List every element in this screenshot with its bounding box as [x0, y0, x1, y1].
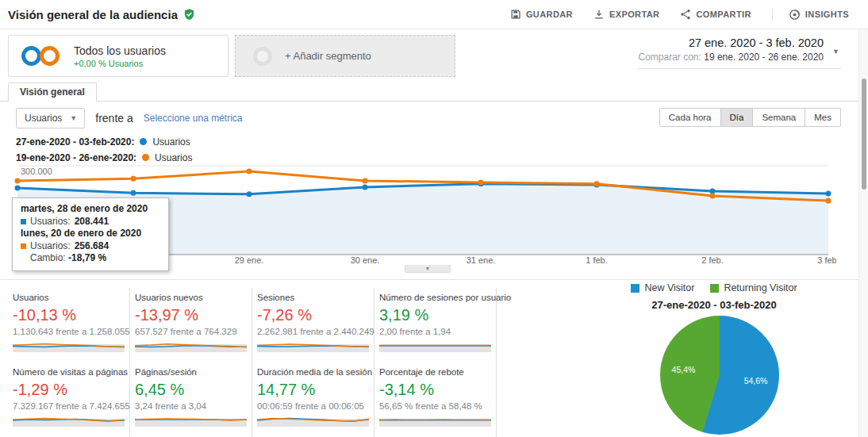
- metric-card-title: Duración media de la sesión: [257, 367, 367, 377]
- metric-card-percent: -3,14 %: [379, 381, 490, 399]
- metric-card-comparison: 7.329.167 frente a 7.424.655: [13, 401, 123, 411]
- shield-check-icon: [183, 8, 195, 21]
- sparkline: [257, 414, 369, 427]
- metric-card-percent: 3,19 %: [379, 306, 490, 324]
- metric-card-percent: -7,26 %: [257, 306, 367, 324]
- legend-swatch-icon: [710, 284, 719, 293]
- granularity-día[interactable]: Día: [721, 108, 754, 127]
- sparkline: [379, 414, 491, 427]
- header-actions: GUARDAREXPORTARCOMPARTIRINSIGHTS: [490, 9, 849, 21]
- segment-venn-icon: [21, 46, 61, 67]
- metric-card[interactable]: Número de sesiones por usuario 3,19 % 2,…: [374, 288, 497, 362]
- metric-card-comparison: 1.130.643 frente a 1.258.055: [13, 327, 123, 336]
- metric-card-comparison: 00:06:59 frente a 00:06:05: [257, 401, 367, 411]
- metric-card[interactable]: Usuarios -10,13 % 1.130.643 frente a 1.2…: [8, 288, 130, 362]
- pie-legend: New VisitorReturning Visitor: [571, 282, 857, 293]
- visitor-type-section: New VisitorReturning Visitor 27-ene-2020…: [571, 282, 857, 437]
- export-icon: [593, 9, 605, 20]
- metric-cards: Usuarios -10,13 % 1.130.643 frente a 1.2…: [8, 288, 497, 437]
- metric-card-comparison: 3,24 frente a 3,04: [135, 401, 245, 411]
- select-metric-link[interactable]: Seleccione una métrica: [144, 113, 243, 124]
- insights-icon: [789, 9, 801, 21]
- scrollbar-thumb[interactable]: [862, 79, 866, 190]
- date-range-compare: Comparar con: 19 ene. 2020 - 26 ene. 202…: [638, 52, 824, 63]
- title-wrap: Visión general de la audiencia: [8, 8, 195, 21]
- metric-card-comparison: 2,00 frente a 1,94: [379, 327, 490, 336]
- segment-all-users[interactable]: Todos los usuarios +0,00 % Usuarios: [8, 35, 229, 77]
- svg-text:30 ene.: 30 ene.: [351, 255, 380, 265]
- chart-tooltip: martes, 28 de enero de 2020 Usuarios: 20…: [12, 197, 169, 271]
- add-segment-button[interactable]: + Añadir segmento: [235, 35, 455, 77]
- date-range-primary: 27 ene. 2020 - 3 feb. 2020: [638, 36, 824, 49]
- add-segment-label: + Añadir segmento: [285, 50, 371, 62]
- pie-slice-label: 45,4%: [672, 365, 696, 374]
- vs-label: frente a: [95, 112, 133, 125]
- granularity-cada-hora[interactable]: Cada hora: [659, 108, 721, 127]
- metric-card-comparison: 56,65 % frente a 58,48 %: [379, 401, 490, 411]
- pie-title: 27-ene-2020 - 03-feb-2020: [571, 299, 857, 311]
- metric-card-title: Usuarios nuevos: [135, 293, 245, 302]
- metric-card-comparison: 2.262.981 frente a 2.440.249: [257, 327, 367, 336]
- visitor-pie-chart[interactable]: 54,6%45,4%: [660, 316, 779, 435]
- pie-legend-item: New Visitor: [631, 282, 694, 293]
- svg-text:29 ene.: 29 ene.: [235, 255, 264, 265]
- granularity-buttons: Cada horaDíaSemanaMes: [659, 108, 841, 127]
- page-title: Visión general de la audiencia: [8, 8, 178, 21]
- metric-card-title: Número de visitas a páginas: [13, 367, 123, 377]
- pie-slice-label: 54,6%: [744, 376, 768, 385]
- insights-button[interactable]: INSIGHTS: [772, 9, 849, 21]
- metric-card-percent: 6,45 %: [135, 381, 245, 399]
- metric-card[interactable]: Porcentaje de rebote -3,14 % 56,65 % fre…: [374, 362, 497, 437]
- granularity-semana[interactable]: Semana: [753, 108, 805, 127]
- share-icon: [680, 9, 691, 20]
- save-icon: [510, 9, 521, 20]
- metric-card[interactable]: Duración media de la sesión 14,77 % 00:0…: [252, 362, 374, 437]
- metric-card-percent: 14,77 %: [257, 381, 367, 399]
- metric-card[interactable]: Sesiones -7,26 % 2.262.981 frente a 2.44…: [252, 288, 374, 362]
- svg-text:1 feb.: 1 feb.: [586, 255, 608, 265]
- pie-legend-item: Returning Visitor: [710, 282, 797, 293]
- sparkline: [257, 339, 369, 352]
- metric-card-comparison: 657.527 frente a 764.329: [135, 327, 245, 336]
- metric-card[interactable]: Páginas/sesión 6,45 % 3,24 frente a 3,04: [130, 362, 252, 437]
- share-button[interactable]: COMPARTIR: [680, 9, 751, 20]
- chevron-down-icon: ▼: [70, 114, 77, 122]
- metric-card-title: Usuarios: [13, 293, 123, 302]
- chevron-down-icon: ▼: [832, 48, 839, 56]
- scrollbar-track: [858, 29, 868, 437]
- legend-row: 27-ene-2020 - 03-feb-2020: Usuarios: [16, 136, 192, 148]
- metric-card[interactable]: Número de visitas a páginas -1,29 % 7.32…: [8, 362, 130, 437]
- add-segment-circle-icon: [253, 47, 272, 66]
- sparkline: [135, 339, 247, 352]
- header: Visión general de la audiencia GUARDAREX…: [0, 0, 868, 29]
- audience-overview-page: Visión general de la audiencia GUARDAREX…: [0, 0, 868, 437]
- sparkline: [13, 339, 125, 352]
- section-divider: [0, 279, 859, 280]
- metric-card-percent: -13,97 %: [135, 306, 245, 324]
- sparkline: [13, 414, 125, 427]
- svg-text:3 feb.: 3 feb.: [817, 255, 836, 265]
- series-dot-icon: [142, 154, 149, 161]
- chart-collapse-handle[interactable]: ▼: [405, 265, 451, 273]
- metric-card-percent: -10,13 %: [13, 306, 123, 324]
- tab-vision-general[interactable]: Visión general: [8, 82, 97, 102]
- segment-label: Todos los usuarios: [74, 44, 166, 57]
- metric-card-title: Páginas/sesión: [135, 367, 245, 377]
- legend-swatch-icon: [631, 284, 639, 293]
- metric-select[interactable]: Usuarios ▼: [16, 108, 85, 128]
- svg-text:300.000: 300.000: [21, 167, 52, 176]
- date-range-picker[interactable]: 27 ene. 2020 - 3 feb. 2020 Comparar con:…: [638, 36, 841, 69]
- metric-controls: Usuarios ▼ frente a Seleccione una métri…: [16, 108, 243, 128]
- granularity-mes[interactable]: Mes: [805, 108, 841, 127]
- save-button[interactable]: GUARDAR: [510, 9, 573, 20]
- metric-card[interactable]: Usuarios nuevos -13,97 % 657.527 frente …: [130, 288, 252, 362]
- segment-delta: +0,00 % Usuarios: [74, 59, 166, 68]
- svg-text:31 ene.: 31 ene.: [467, 255, 496, 265]
- sparkline: [379, 339, 491, 352]
- sparkline: [135, 414, 247, 427]
- metric-card-title: Número de sesiones por usuario: [379, 293, 490, 302]
- blue-series-swatch: [21, 219, 26, 224]
- metric-card-title: Porcentaje de rebote: [379, 367, 490, 377]
- export-button[interactable]: EXPORTAR: [593, 9, 660, 20]
- series-dot-icon: [140, 138, 147, 145]
